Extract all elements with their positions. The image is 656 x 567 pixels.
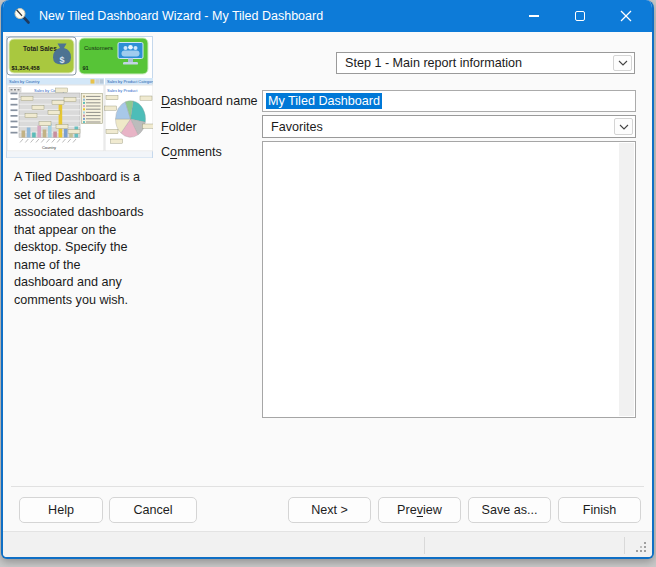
minimize-icon <box>529 15 539 16</box>
dashboard-name-input[interactable]: My Tiled Dashboard <box>262 90 636 112</box>
comments-scrollbar[interactable] <box>619 143 634 416</box>
next-button[interactable]: Next > <box>288 497 371 523</box>
svg-text:$1,354,458: $1,354,458 <box>12 65 40 71</box>
maximize-button[interactable] <box>557 0 603 32</box>
save-as-button[interactable]: Save as... <box>468 497 551 523</box>
step-selector[interactable]: Step 1 - Main report information <box>336 52 635 74</box>
cancel-button[interactable]: Cancel <box>109 497 197 523</box>
svg-text:Country: Country <box>42 145 56 150</box>
status-separator <box>424 537 425 554</box>
svg-text:Sales by Country: Sales by Country <box>9 79 39 84</box>
folder-select-value: Favorites <box>263 120 612 134</box>
finish-button[interactable]: Finish <box>558 497 641 523</box>
preview-button[interactable]: Preview <box>378 497 461 523</box>
maximize-icon <box>575 11 585 21</box>
svg-text:91: 91 <box>83 65 89 71</box>
chart-legend <box>82 94 103 124</box>
selected-text: My Tiled Dashboard <box>266 93 382 109</box>
close-icon <box>620 10 632 22</box>
svg-text:Total Sales: Total Sales <box>23 45 57 52</box>
status-bar <box>3 531 652 557</box>
comments-label: Comments <box>161 145 222 159</box>
tile-total-sales: Total Sales $ $1,354,458 <box>7 37 76 75</box>
chevron-down-icon <box>619 124 629 130</box>
folder-dropdown-button[interactable] <box>614 118 633 135</box>
desktop-backdrop: New Tiled Dashboard Wizard - My Tiled Da… <box>0 0 656 567</box>
folder-select[interactable]: Favorites <box>262 115 636 138</box>
tile-customers: Customers 91 <box>79 38 148 74</box>
comments-textarea[interactable] <box>262 141 636 418</box>
pie-chart <box>116 101 146 138</box>
svg-text:Sales by Product: Sales by Product <box>107 88 138 93</box>
wizard-dialog: New Tiled Dashboard Wizard - My Tiled Da… <box>1 0 654 559</box>
svg-text:$: $ <box>59 55 64 65</box>
svg-text:Sales by Product Category: Sales by Product Category <box>107 79 153 84</box>
close-button[interactable] <box>603 0 649 32</box>
magnifier-icon <box>13 7 31 25</box>
title-bar[interactable]: New Tiled Dashboard Wizard - My Tiled Da… <box>3 0 652 32</box>
svg-text:Customers: Customers <box>84 45 113 51</box>
preview-footer-strip <box>7 152 152 158</box>
footer-divider <box>11 486 644 487</box>
help-button[interactable]: Help <box>19 497 103 523</box>
minimize-button[interactable] <box>511 0 557 32</box>
step-selector-value: Step 1 - Main report information <box>337 56 611 70</box>
folder-label: Folder <box>161 120 197 134</box>
wizard-description: A Tiled Dashboard is a set of tiles and … <box>14 169 158 309</box>
status-separator <box>624 537 625 554</box>
window-title: New Tiled Dashboard Wizard - My Tiled Da… <box>39 9 323 23</box>
panel-sales-by-country: Sales by Country Sales by Country <box>7 78 104 151</box>
step-selector-dropdown-button[interactable] <box>613 55 632 71</box>
window-controls <box>511 0 649 32</box>
dashboard-preview-thumbnail: Total Sales $ $1,354,458 Customers <box>6 36 153 158</box>
dashboard-name-label: Dashboard name <box>161 94 258 108</box>
resize-grip-icon[interactable] <box>636 542 647 553</box>
chevron-down-icon <box>618 60 628 66</box>
panel-sales-by-product: Sales by Product Category Sales by Produ… <box>105 78 154 151</box>
